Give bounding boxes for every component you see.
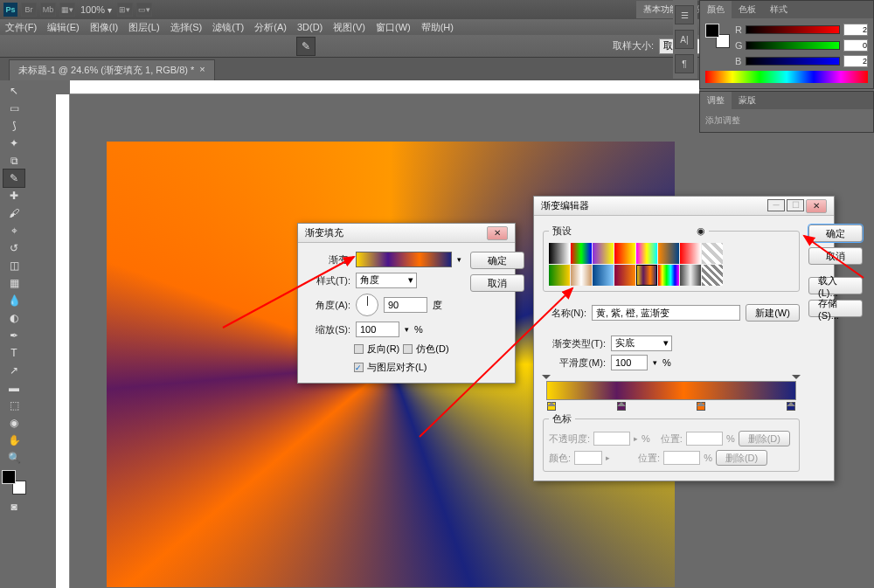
close-tab-icon[interactable]: × xyxy=(199,64,205,77)
smooth-input[interactable] xyxy=(611,355,648,370)
type-select[interactable]: 实底 xyxy=(611,336,672,351)
stamp-tool-icon[interactable]: ⌖ xyxy=(3,222,24,239)
color-stop[interactable] xyxy=(617,402,626,411)
tab-swatches[interactable]: 色板 xyxy=(732,1,763,18)
tab-color[interactable]: 颜色 xyxy=(700,1,732,18)
gradient-preset[interactable] xyxy=(658,243,679,264)
color-stop[interactable] xyxy=(697,402,705,411)
g-slider[interactable] xyxy=(746,41,840,50)
document-tab[interactable]: 未标题-1 @ 24.6% (渐变填充 1, RGB/8) * × xyxy=(9,59,215,80)
menu-help[interactable]: 帮助(H) xyxy=(418,19,457,36)
location-input[interactable] xyxy=(686,432,723,446)
menu-layer[interactable]: 图层(L) xyxy=(125,19,163,36)
brush-tool-icon[interactable]: 🖌 xyxy=(3,204,24,222)
r-slider[interactable] xyxy=(746,25,840,34)
presets-menu-icon[interactable]: ◉ xyxy=(697,225,705,236)
para-panel-icon[interactable]: ¶ xyxy=(675,54,694,73)
gradient-preset[interactable] xyxy=(680,265,701,286)
dlg-max-icon[interactable]: ☐ xyxy=(787,199,804,211)
stop-color-swatch[interactable] xyxy=(574,451,602,465)
gradient-preview[interactable] xyxy=(356,252,452,267)
opacity-input[interactable] xyxy=(593,432,630,446)
camera-tool-icon[interactable]: ◉ xyxy=(3,414,24,432)
gradient-preset[interactable] xyxy=(549,243,570,264)
gradient-preset[interactable] xyxy=(571,243,592,264)
reverse-checkbox[interactable] xyxy=(354,344,364,354)
gradient-preset[interactable] xyxy=(636,265,657,286)
gradient-preset[interactable] xyxy=(702,243,723,264)
ok-button[interactable]: 确定 xyxy=(808,225,863,242)
eyedropper-tool-icon[interactable]: ✎ xyxy=(3,169,24,187)
dlg-min-icon[interactable]: ─ xyxy=(767,199,785,211)
menu-edit[interactable]: 编辑(E) xyxy=(44,19,83,36)
menu-3d[interactable]: 3D(D) xyxy=(294,20,326,34)
cancel-button[interactable]: 取消 xyxy=(808,247,863,265)
history-brush-icon[interactable]: ↺ xyxy=(3,239,24,257)
gradient-preset[interactable] xyxy=(593,265,614,286)
gradient-preset[interactable] xyxy=(702,265,723,286)
shape-tool-icon[interactable]: ▬ xyxy=(3,379,24,397)
menu-analysis[interactable]: 分析(A) xyxy=(251,19,290,36)
r-input[interactable] xyxy=(843,24,868,36)
screen-mode-icon[interactable]: ▭▾ xyxy=(136,3,152,17)
3d-tool-icon[interactable]: ⬚ xyxy=(3,397,24,414)
bridge-icon[interactable]: Br xyxy=(21,3,37,17)
path-tool-icon[interactable]: ↗ xyxy=(3,362,24,379)
tab-styles[interactable]: 样式 xyxy=(763,1,794,18)
dodge-tool-icon[interactable]: ◐ xyxy=(3,309,24,327)
gradient-preset[interactable] xyxy=(614,265,635,286)
arrange-icon[interactable]: ⊞▾ xyxy=(117,3,133,17)
dlg-close-icon[interactable]: ✕ xyxy=(806,199,827,213)
dlg-close-icon[interactable]: ✕ xyxy=(487,226,508,240)
menu-image[interactable]: 图像(I) xyxy=(87,19,121,36)
ok-button[interactable]: 确定 xyxy=(470,252,524,269)
eyedropper-tool-icon[interactable]: ✎ xyxy=(297,38,315,55)
spectrum-bar[interactable] xyxy=(705,71,868,83)
heal-tool-icon[interactable]: ✚ xyxy=(3,187,24,204)
gradient-preset[interactable] xyxy=(680,243,701,264)
crop-tool-icon[interactable]: ⧉ xyxy=(3,152,24,169)
gradient-bar[interactable] xyxy=(546,381,796,400)
history-panel-icon[interactable]: ☰ xyxy=(675,5,694,24)
gradient-preset[interactable] xyxy=(636,243,657,264)
opacity-stop[interactable] xyxy=(542,370,551,379)
gradient-preset[interactable] xyxy=(571,265,592,286)
zoom-tool-icon[interactable]: 🔍 xyxy=(3,449,24,467)
style-select[interactable]: 角度 xyxy=(356,273,417,288)
gradient-preset[interactable] xyxy=(593,243,614,264)
type-tool-icon[interactable]: T xyxy=(3,344,24,362)
b-input[interactable] xyxy=(843,55,868,67)
scale-input[interactable] xyxy=(356,322,399,337)
save-button[interactable]: 存储(S)... xyxy=(808,300,863,317)
angle-dial[interactable] xyxy=(356,294,378,316)
menu-select[interactable]: 选择(S) xyxy=(167,19,206,36)
color-stop[interactable] xyxy=(547,402,556,411)
menu-window[interactable]: 窗口(W) xyxy=(372,19,414,36)
align-checkbox[interactable] xyxy=(354,363,364,372)
dither-checkbox[interactable] xyxy=(403,344,413,354)
location-input2[interactable] xyxy=(663,451,700,465)
move-tool-icon[interactable]: ↖ xyxy=(3,82,24,100)
view-extras-icon[interactable]: ▦▾ xyxy=(59,3,75,17)
lasso-tool-icon[interactable]: ⟆ xyxy=(3,117,24,135)
color-swatches[interactable] xyxy=(2,470,26,495)
marquee-tool-icon[interactable]: ▭ xyxy=(3,100,24,117)
gradient-tool-icon[interactable]: ▦ xyxy=(3,274,24,292)
wand-tool-icon[interactable]: ✦ xyxy=(3,135,24,152)
load-button[interactable]: 载入(L)... xyxy=(808,277,863,294)
eraser-tool-icon[interactable]: ◫ xyxy=(3,257,24,274)
pen-tool-icon[interactable]: ✒ xyxy=(3,327,24,344)
angle-input[interactable] xyxy=(384,297,427,313)
menu-file[interactable]: 文件(F) xyxy=(2,19,40,36)
tab-adjust[interactable]: 调整 xyxy=(700,92,732,109)
gradient-preset[interactable] xyxy=(614,243,635,264)
char-panel-icon[interactable]: A| xyxy=(675,30,694,49)
cancel-button[interactable]: 取消 xyxy=(470,274,524,292)
quickmask-icon[interactable]: ◙ xyxy=(3,498,24,515)
hand-tool-icon[interactable]: ✋ xyxy=(3,432,24,449)
delete-button2[interactable]: 删除(D) xyxy=(716,450,767,466)
minibridge-icon[interactable]: Mb xyxy=(40,3,56,17)
tab-mask[interactable]: 蒙版 xyxy=(732,92,763,109)
b-slider[interactable] xyxy=(746,57,840,66)
opacity-stop[interactable] xyxy=(792,370,801,379)
